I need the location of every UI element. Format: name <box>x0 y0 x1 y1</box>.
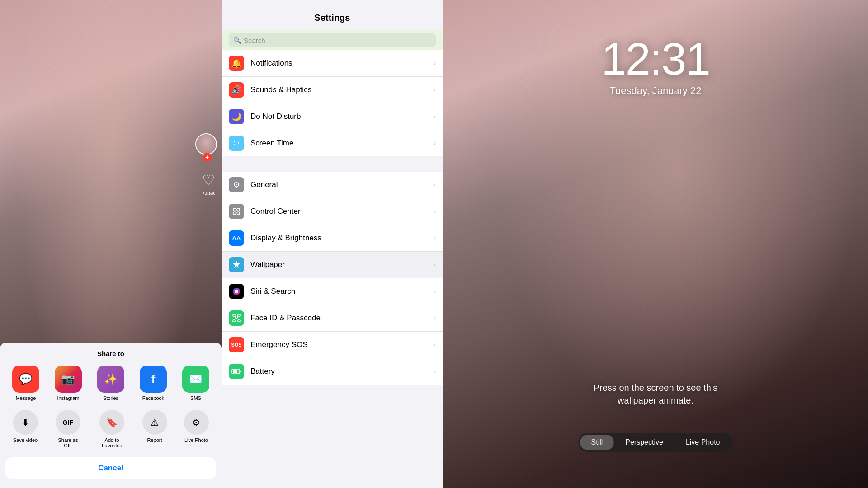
animate-hint: Press on the screen to see this wallpape… <box>592 381 719 407</box>
share-app-message-label: Message <box>16 395 36 401</box>
save-icon: ⬇ <box>13 410 38 435</box>
chevron-icon: › <box>434 59 436 67</box>
lock-time: 12:31 <box>601 36 710 81</box>
heart-icon: ♡ <box>202 172 215 189</box>
chevron-icon: › <box>434 181 436 189</box>
screentime-icon: ⏱ <box>229 136 244 151</box>
settings-row-battery[interactable]: Battery › <box>222 358 443 385</box>
settings-row-controlcenter[interactable]: Control Center › <box>222 198 443 225</box>
share-action-favorites[interactable]: 🔖 Add to Favorites <box>99 410 126 448</box>
settings-row-display[interactable]: AA Display & Brightness › <box>222 225 443 252</box>
settings-row-wallpaper[interactable]: Wallpaper › <box>222 252 443 278</box>
stories-icon: ✨ <box>97 366 124 393</box>
settings-title: Settings <box>231 7 434 27</box>
svg-rect-13 <box>240 371 241 372</box>
tab-perspective[interactable]: Perspective <box>614 435 674 450</box>
wallpaper-preview-panel: 12:31 Tuesday, January 22 Press on the s… <box>443 0 868 488</box>
battery-icon <box>229 364 244 379</box>
svg-rect-14 <box>233 370 237 373</box>
display-label: Display & Brightness <box>250 234 434 243</box>
avatar-image <box>196 134 216 154</box>
svg-point-0 <box>233 208 236 211</box>
chevron-icon: › <box>434 234 436 242</box>
share-app-facebook[interactable]: f Facebook <box>140 366 167 401</box>
share-app-message[interactable]: 💬 Message <box>12 366 39 401</box>
battery-label: Battery <box>250 367 434 376</box>
chevron-icon: › <box>434 86 436 94</box>
share-app-instagram-label: Instagram <box>57 395 80 401</box>
left-panel: + ♡ 73.5K Share to 💬 Message 📷 Instagram… <box>0 0 222 488</box>
chevron-icon: › <box>434 139 436 147</box>
general-label: General <box>250 180 434 189</box>
sounds-icon: 🔊 <box>229 82 244 98</box>
like-button[interactable]: ♡ 73.5K <box>202 172 215 196</box>
share-action-favorites-label: Add to Favorites <box>99 437 126 448</box>
like-count: 73.5K <box>202 191 215 196</box>
instagram-icon: 📷 <box>55 366 82 393</box>
chevron-icon: › <box>434 261 436 269</box>
share-action-gif[interactable]: GIF Share as GIF <box>55 410 82 448</box>
share-overlay: Share to 💬 Message 📷 Instagram ✨ Stories… <box>0 343 222 488</box>
chevron-icon: › <box>434 341 436 349</box>
search-icon: 🔍 <box>233 37 241 44</box>
notifications-label: Notifications <box>250 59 434 68</box>
tab-live-photo[interactable]: Live Photo <box>675 435 731 450</box>
settings-panel: Settings 🔍 Search 🔔 Notifications › 🔊 So… <box>222 0 443 488</box>
cancel-button[interactable]: Cancel <box>5 457 216 479</box>
tab-still[interactable]: Still <box>580 435 614 450</box>
avatar <box>195 133 217 155</box>
share-app-sms[interactable]: ✉️ SMS <box>182 366 209 401</box>
display-icon: AA <box>229 230 244 246</box>
settings-section-general: ⚙ General › Control Center › AA <box>222 172 443 385</box>
controlcenter-icon <box>229 204 244 219</box>
chevron-icon: › <box>434 207 436 216</box>
svg-point-2 <box>233 212 236 215</box>
wallpaper-icon <box>229 257 244 272</box>
share-apps-row: 💬 Message 📷 Instagram ✨ Stories f Facebo… <box>0 366 222 401</box>
sms-icon: ✉️ <box>182 366 209 393</box>
sounds-label: Sounds & Haptics <box>250 85 434 94</box>
share-app-stories[interactable]: ✨ Stories <box>97 366 124 401</box>
svg-point-11 <box>237 317 238 318</box>
share-action-save[interactable]: ⬇ Save video <box>13 410 38 448</box>
notifications-icon: 🔔 <box>229 56 244 71</box>
search-bar[interactable]: 🔍 Search <box>229 33 436 47</box>
siri-icon <box>229 284 244 299</box>
donotdisturb-icon: 🌙 <box>229 109 244 124</box>
wallpaper-tabs: Still Perspective Live Photo <box>579 433 733 452</box>
share-app-facebook-label: Facebook <box>142 395 164 401</box>
chevron-icon: › <box>434 367 436 375</box>
svg-point-10 <box>235 317 236 318</box>
settings-row-faceid[interactable]: Face ID & Passcode › <box>222 305 443 332</box>
svg-rect-6 <box>233 314 235 316</box>
settings-row-siri[interactable]: Siri & Search › <box>222 278 443 305</box>
share-action-report-label: Report <box>147 437 162 443</box>
settings-row-general[interactable]: ⚙ General › <box>222 172 443 198</box>
faceid-label: Face ID & Passcode <box>250 314 434 323</box>
chevron-icon: › <box>434 314 436 322</box>
settings-row-notifications[interactable]: 🔔 Notifications › <box>222 50 443 77</box>
report-icon: ⚠ <box>142 410 167 435</box>
donotdisturb-label: Do Not Disturb <box>250 112 434 121</box>
chevron-icon: › <box>434 113 436 121</box>
share-action-save-label: Save video <box>13 437 38 443</box>
share-action-report[interactable]: ⚠ Report <box>142 410 167 448</box>
share-app-instagram[interactable]: 📷 Instagram <box>55 366 82 401</box>
share-title: Share to <box>0 350 222 357</box>
lock-screen-overlay: 12:31 Tuesday, January 22 <box>443 0 868 488</box>
share-action-gif-label: Share as GIF <box>55 437 82 448</box>
screentime-label: Screen Time <box>250 139 434 148</box>
search-bar-area: 🔍 Search <box>222 30 443 50</box>
wallpaper-label: Wallpaper <box>250 260 434 269</box>
settings-row-screentime[interactable]: ⏱ Screen Time › <box>222 130 443 156</box>
share-action-livephoto-label: Live Photo <box>184 437 208 443</box>
svg-point-1 <box>237 208 240 211</box>
svg-rect-9 <box>238 320 240 322</box>
follow-badge[interactable]: + <box>203 153 212 162</box>
gif-icon: GIF <box>56 410 80 435</box>
settings-row-sounds[interactable]: 🔊 Sounds & Haptics › <box>222 77 443 103</box>
settings-row-emergency[interactable]: SOS Emergency SOS › <box>222 332 443 358</box>
share-action-livephoto[interactable]: ⚙ Live Photo <box>184 410 209 448</box>
settings-header: Settings <box>222 0 443 30</box>
settings-row-donotdisturb[interactable]: 🌙 Do Not Disturb › <box>222 103 443 130</box>
